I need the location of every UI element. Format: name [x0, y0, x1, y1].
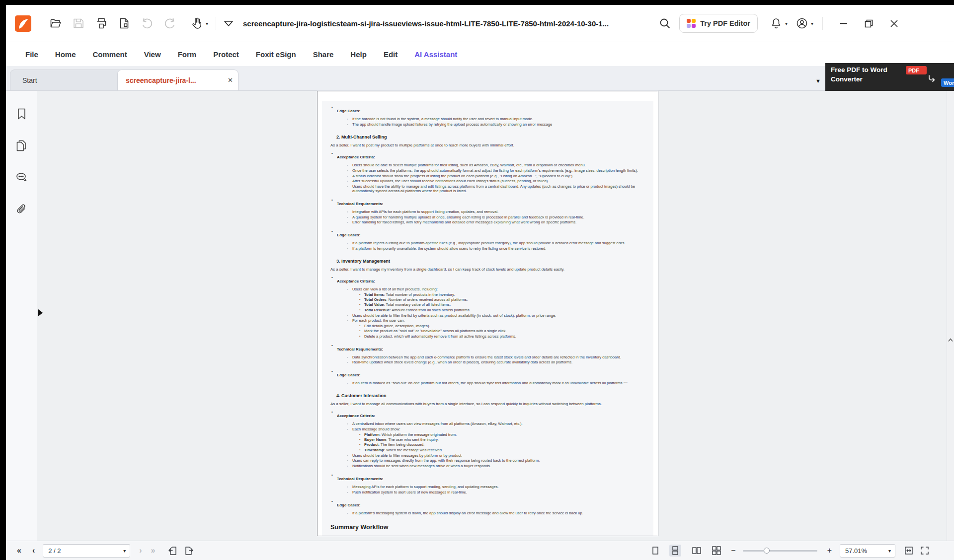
- ad-line2: Converter: [831, 75, 863, 83]
- zoom-level-select[interactable]: 57.01% ▾: [840, 544, 895, 558]
- titlebar-divider: [822, 17, 823, 30]
- doc-bullet: Users should be able to filter the list …: [347, 314, 647, 318]
- select-tool-icon[interactable]: [222, 17, 235, 30]
- open-file-icon[interactable]: [49, 17, 62, 30]
- menu-item-edit[interactable]: Edit: [375, 50, 406, 59]
- hand-tool-caret-icon[interactable]: ▾: [206, 21, 208, 26]
- zoom-slider-thumb[interactable]: [764, 548, 770, 554]
- doc-bullet: If a platform is temporarily unavailable…: [347, 247, 647, 251]
- minimize-button[interactable]: [840, 19, 848, 27]
- tab-start[interactable]: Start: [10, 70, 128, 90]
- doc-subbullet: Edit details (price, description, images…: [359, 324, 647, 329]
- menu-item-foxit-esign[interactable]: Foxit eSign: [247, 50, 305, 59]
- close-button[interactable]: [890, 19, 898, 28]
- zoom-out-button[interactable]: −: [731, 546, 735, 555]
- menu-item-home[interactable]: Home: [47, 50, 84, 59]
- doc-bullet: Data synchronization between the app and…: [347, 355, 647, 360]
- doc-subbullet: Product: The item being discussed.: [359, 443, 647, 447]
- comments-icon[interactable]: [15, 171, 28, 184]
- pdf-to-word-ad[interactable]: Free PDF to Word Converter PDF Word: [825, 63, 954, 91]
- doc-sublist: If an item is marked as "sold out" on on…: [347, 381, 647, 386]
- bookmarks-icon[interactable]: [15, 107, 28, 121]
- pages-icon[interactable]: [15, 139, 28, 152]
- doc-sublist: If a platform rejects a listing due to p…: [347, 241, 647, 251]
- notifications-bell-icon[interactable]: [770, 17, 783, 30]
- next-view-button[interactable]: [184, 546, 194, 556]
- menu-item-comment[interactable]: Comment: [84, 50, 136, 59]
- thumbnail-view-button[interactable]: [712, 546, 721, 555]
- menu-bar: FileHomeCommentViewFormProtectFoxit eSig…: [6, 42, 954, 66]
- search-icon[interactable]: [658, 17, 671, 30]
- doc-bullet: Notifications should be sent when new me…: [347, 464, 647, 469]
- doc-list-item: Technical Requirements:Messaging APIs fo…: [331, 473, 647, 495]
- panel-expand-handle[interactable]: [38, 309, 43, 316]
- doc-list: Technical Requirements:Data synchronizat…: [331, 344, 647, 365]
- tab-close-icon[interactable]: ✕: [228, 76, 233, 84]
- export-page-icon[interactable]: [118, 17, 131, 30]
- menu-item-protect[interactable]: Protect: [205, 50, 247, 59]
- print-icon[interactable]: [95, 17, 108, 30]
- previous-view-button[interactable]: [168, 546, 177, 556]
- doc-bullet: If the barcode is not found in the syste…: [347, 117, 647, 122]
- single-page-view-button[interactable]: [651, 546, 660, 555]
- doc-sublist: A centralized inbox where users can view…: [347, 422, 647, 469]
- fullscreen-button[interactable]: [920, 546, 929, 555]
- first-page-button[interactable]: «: [17, 546, 21, 555]
- doc-list-item: Edge Cases:If a platform's messaging sys…: [331, 499, 647, 516]
- doc-list-label: Acceptance Criteria:: [337, 155, 375, 159]
- last-page-button[interactable]: »: [151, 546, 156, 555]
- doc-bullet: If an item is marked as "sold out" on on…: [347, 381, 647, 386]
- doc-list-label: Technical Requirements:: [337, 202, 383, 206]
- fit-page-button[interactable]: [904, 546, 913, 555]
- page-indicator[interactable]: 2 / 2 ▾: [43, 544, 130, 558]
- ad-word-badge: Word: [941, 78, 954, 87]
- tab-overflow-caret-icon[interactable]: ▼: [815, 78, 821, 84]
- menu-item-help[interactable]: Help: [342, 50, 375, 59]
- doc-subbullet: Total Value: Total monetary value of all…: [359, 303, 647, 307]
- doc-bullet: Push notification system to alert users …: [347, 490, 647, 495]
- menu-item-file[interactable]: File: [17, 50, 47, 59]
- doc-section-heading: 3. Inventory Management: [336, 259, 647, 264]
- account-avatar-icon[interactable]: [795, 17, 808, 30]
- doc-subbullet: Buyer Name: The user who sent the inquir…: [359, 438, 647, 442]
- document-area: Edge Cases:If the barcode is not found i…: [37, 91, 954, 541]
- doc-list-label: Edge Cases:: [337, 109, 360, 113]
- menu-item-view[interactable]: View: [136, 50, 169, 59]
- undo-icon[interactable]: [141, 17, 154, 30]
- zoom-in-button[interactable]: +: [827, 546, 832, 555]
- hand-tool-icon[interactable]: [190, 17, 203, 30]
- doc-list-label: Edge Cases:: [337, 503, 360, 507]
- save-icon[interactable]: [72, 17, 85, 30]
- doc-subsublist: Total Items: Total number of products in…: [359, 293, 647, 313]
- notifications-caret-icon[interactable]: ▾: [785, 21, 788, 26]
- redo-icon[interactable]: [163, 17, 176, 30]
- doc-bullet: Once the user selects the platforms, the…: [347, 169, 647, 173]
- doc-subbullet: Timestamp: When the message was received…: [359, 448, 647, 453]
- zoom-slider[interactable]: [743, 550, 817, 552]
- foxit-logo-icon[interactable]: [15, 15, 31, 32]
- menu-item-form[interactable]: Form: [169, 50, 205, 59]
- continuous-view-button[interactable]: [669, 545, 681, 557]
- doc-bullet: After successful uploads, the user shoul…: [347, 179, 647, 184]
- restore-button[interactable]: [865, 19, 873, 28]
- vertical-scrollbar[interactable]: [947, 91, 954, 541]
- tab-document[interactable]: screencapture-jira-l... ✕: [117, 70, 238, 90]
- pdf-editor-logo-icon: [687, 19, 696, 28]
- try-pdf-editor-button[interactable]: Try PDF Editor: [679, 14, 758, 33]
- prev-page-button[interactable]: ‹: [32, 546, 35, 555]
- menu-item-share[interactable]: Share: [305, 50, 342, 59]
- titlebar-divider: [39, 17, 39, 30]
- facing-view-button[interactable]: [692, 546, 701, 555]
- menu-item-ai-assistant[interactable]: AI Assistant: [406, 50, 466, 59]
- doc-bullet: Users can view a list of all their produ…: [347, 287, 647, 312]
- foxit-window: ▾ screencapture-jira-logisticsteam-si-ji…: [6, 5, 954, 560]
- doc-list: Effortless Listing:User creates a listin…: [331, 535, 647, 536]
- account-caret-icon[interactable]: ▾: [811, 21, 813, 26]
- next-page-button[interactable]: ›: [139, 546, 142, 555]
- left-panel-bar: [6, 91, 37, 541]
- page-indicator-caret-icon: ▾: [123, 548, 126, 554]
- doc-subsublist: Edit details (price, description, images…: [359, 324, 647, 339]
- doc-list-item: Acceptance Criteria:Users should be able…: [331, 151, 647, 194]
- attachments-icon[interactable]: [15, 203, 28, 216]
- main-area: Edge Cases:If the barcode is not found i…: [6, 91, 954, 541]
